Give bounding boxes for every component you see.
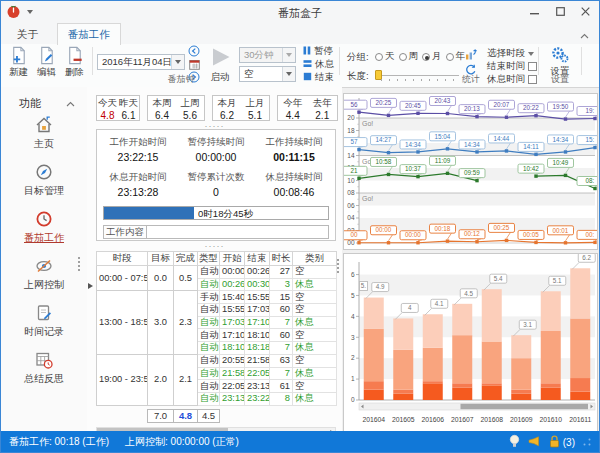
date-caret-icon[interactable] xyxy=(171,55,184,69)
table-col-header[interactable]: 时长 xyxy=(270,252,293,266)
maximize-button[interactable] xyxy=(547,1,573,22)
table-col-header[interactable]: 时段 xyxy=(97,252,148,266)
sidebar-item-1[interactable]: 目标管理 xyxy=(1,160,87,207)
table-row[interactable]: 19:00 - 23:592.02.1自动20:5521:5863空 xyxy=(97,354,337,367)
sidebar-collapse-icon[interactable] xyxy=(66,98,75,109)
tomato-clock-icon xyxy=(1,209,87,231)
task-select[interactable]: 空 xyxy=(239,66,296,82)
splitter-handle[interactable]: ····· xyxy=(87,124,342,128)
sidebar: 功能 主页目标管理番茄工作上网控制时间记录总结反思 xyxy=(1,87,88,431)
work-content-label: 工作内容 xyxy=(103,225,147,239)
svg-text:10:58: 10:58 xyxy=(376,158,392,165)
minimize-button[interactable] xyxy=(521,1,547,22)
close-button[interactable] xyxy=(572,1,598,22)
svg-text:10: 10 xyxy=(347,177,355,184)
start-play-icon[interactable] xyxy=(207,46,233,70)
calendar-review-icon xyxy=(1,350,87,372)
table-col-header[interactable]: 完成 xyxy=(174,252,198,266)
groupby-radio-1[interactable]: 周 xyxy=(399,50,419,63)
svg-text:56: 56 xyxy=(350,101,358,108)
svg-text:09:59: 09:59 xyxy=(464,169,480,176)
ribbon-collapse-icon[interactable] xyxy=(580,30,589,41)
svg-text:08:: 08: xyxy=(586,177,595,184)
svg-text:201606: 201606 xyxy=(421,416,444,423)
group-label-settings: 设置 xyxy=(543,73,577,86)
session-field-4: 暂停累计次数0 xyxy=(177,171,255,198)
delete-button[interactable]: 删除 xyxy=(61,45,88,75)
table-col-header[interactable]: 类型 xyxy=(198,252,220,266)
current-session-panel: 工作开始时间23:22:15暂停持续时间00:00:00工作持续时间00:11:… xyxy=(96,129,336,241)
svg-text:15:: 15: xyxy=(586,136,595,143)
app-window: 番茄盒子 关于 番茄工作 新建 编辑 删除 2016年11月04日 xyxy=(0,0,600,453)
splitter-handle-2[interactable]: ····· xyxy=(87,244,342,248)
svg-text:00:05: 00:05 xyxy=(523,231,539,238)
end-time-checkbox[interactable] xyxy=(528,62,537,71)
panel-splitter-handle[interactable] xyxy=(337,259,339,275)
groupby-radio-3[interactable]: 年 xyxy=(446,50,466,63)
svg-text:6: 6 xyxy=(351,271,355,278)
resize-grip-icon[interactable] xyxy=(583,437,591,448)
table-row[interactable]: 00:00 - 07:590.00.5自动00:0000:2627空 xyxy=(97,266,337,279)
settings-button[interactable]: 设置 xyxy=(543,45,577,75)
session-field-0: 工作开始时间23:22:15 xyxy=(99,136,177,163)
progress-text: 0时18分45秒 xyxy=(198,208,253,221)
svg-text:Go!: Go! xyxy=(362,120,373,127)
svg-text:14:34: 14:34 xyxy=(464,141,480,148)
svg-text:14:11: 14:11 xyxy=(523,143,539,150)
groupby-radio-2[interactable]: 月 xyxy=(422,50,442,63)
table-col-header[interactable]: 结束 xyxy=(245,252,270,266)
sidebar-item-0[interactable]: 主页 xyxy=(1,113,87,160)
svg-text:00: 00 xyxy=(350,231,358,238)
sidebar-item-4[interactable]: 时间记录 xyxy=(1,301,87,348)
lock-icon[interactable] xyxy=(548,434,561,450)
table-col-header[interactable]: 类别 xyxy=(293,252,337,266)
bar-chart-svg: 01234564.920160442016054.12016064.520160… xyxy=(344,254,597,431)
table-col-header[interactable]: 开始 xyxy=(220,252,245,266)
table-col-header[interactable]: 目标 xyxy=(148,252,174,266)
sidebar-item-2[interactable]: 番茄工作 xyxy=(1,207,87,254)
svg-text:5: 5 xyxy=(351,292,355,299)
svg-text:00:01: 00:01 xyxy=(553,227,569,234)
chart-hscrollbar-thumb[interactable] xyxy=(460,404,588,409)
svg-text:10:42: 10:42 xyxy=(523,165,539,172)
group-label-pomodoro: 番茄钟 xyxy=(121,73,241,86)
bulb-icon[interactable] xyxy=(509,434,520,450)
prev-day-button[interactable] xyxy=(187,45,201,57)
svg-text:4: 4 xyxy=(351,313,355,320)
duration-select[interactable]: 30分钟 xyxy=(239,47,296,63)
task-caret-icon[interactable] xyxy=(282,67,295,81)
date-picker[interactable]: 2016年11月04日 xyxy=(97,54,185,70)
groupby-radio-0[interactable]: 天 xyxy=(375,50,395,63)
edit-button[interactable]: 编辑 xyxy=(33,45,60,75)
work-content-input[interactable] xyxy=(147,225,329,239)
end-time-checkbox-row[interactable]: 结束时间 xyxy=(487,61,537,72)
select-period-dropdown[interactable]: 选择时段 xyxy=(487,48,534,59)
rest-time-checkbox[interactable] xyxy=(528,75,537,84)
table-row[interactable]: 13:00 - 18:593.02.3手动15:4015:5515空 xyxy=(97,291,337,304)
svg-text:19:50: 19:50 xyxy=(553,103,569,110)
calendar-button[interactable] xyxy=(187,58,201,70)
net-status-text[interactable]: 上网控制: 00:00:00 (正常) xyxy=(125,435,239,449)
stop-button[interactable]: 结束 xyxy=(303,72,334,83)
sidebar-splitter-handle[interactable] xyxy=(78,257,80,273)
rest-button[interactable]: 休息 xyxy=(303,59,334,70)
svg-text:20:07: 20:07 xyxy=(494,101,510,108)
eye-off-icon xyxy=(1,256,87,278)
group-by-radios: 天周月年 xyxy=(375,50,469,63)
time-note-icon xyxy=(1,303,87,325)
sidebar-item-5[interactable]: 总结反思 xyxy=(1,348,87,395)
svg-text:10:49: 10:49 xyxy=(553,159,569,166)
tab-pomodoro-work[interactable]: 番茄工作 xyxy=(57,23,121,45)
tab-about[interactable]: 关于 xyxy=(7,24,48,45)
svg-text:4.5: 4.5 xyxy=(464,290,473,297)
sidebar-item-3[interactable]: 上网控制 xyxy=(1,254,87,301)
work-status-text[interactable]: 番茄工作: 00:18 (工作) xyxy=(9,435,109,449)
new-button[interactable]: 新建 xyxy=(5,45,32,75)
chart-export-icon[interactable] xyxy=(464,48,478,60)
work-table-grid: 时段目标完成类型开始结束时长类别00:00 - 07:590.00.5自动00:… xyxy=(96,251,337,406)
lock-count: (3) xyxy=(563,437,575,448)
horn-icon[interactable] xyxy=(528,436,540,449)
svg-text:57: 57 xyxy=(350,138,358,145)
pause-button[interactable]: 暂停 xyxy=(303,46,333,57)
svg-text:4.1: 4.1 xyxy=(435,300,444,307)
